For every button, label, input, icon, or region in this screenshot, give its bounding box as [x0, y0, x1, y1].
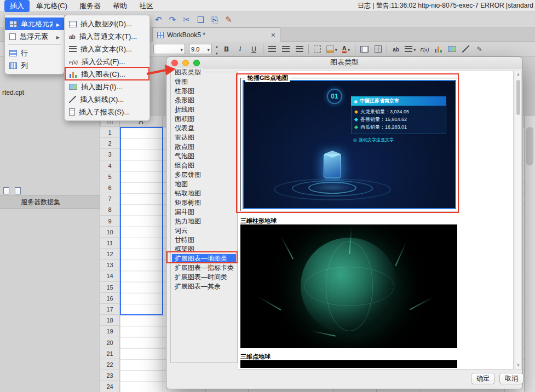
font-size-select[interactable]: 9.0: [189, 44, 212, 54]
italic-button[interactable]: I: [235, 44, 245, 55]
submenu-item-insert-plain-text[interactable]: 插入普通文本(T)...: [65, 30, 149, 43]
row-header-22[interactable]: 22: [100, 359, 119, 370]
insert-menu-item-column[interactable]: 列: [5, 59, 64, 72]
chart-type-item-21[interactable]: 扩展图表—时间类: [172, 273, 236, 282]
tab-workbook5[interactable]: WorkBook5 * ×: [152, 27, 280, 42]
undo-icon[interactable]: [155, 15, 162, 25]
row-header-16[interactable]: 16: [100, 293, 119, 304]
pen-button[interactable]: [475, 44, 485, 55]
dialog-titlebar[interactable]: 图表类型: [166, 57, 522, 68]
row-header-14[interactable]: 14: [100, 270, 119, 281]
chart-type-item-2[interactable]: 条形图: [172, 96, 236, 105]
stepper-up-icon[interactable]: [216, 42, 218, 49]
font-color-button[interactable]: [341, 44, 351, 55]
chart-type-item-0[interactable]: 饼图: [172, 77, 236, 87]
cancel-button[interactable]: 取消: [499, 373, 524, 384]
row-header-5[interactable]: 5: [100, 171, 119, 182]
file-icon-1[interactable]: [3, 187, 9, 194]
app-scroll-thumb[interactable]: [526, 127, 533, 165]
insert-image-button[interactable]: [447, 44, 457, 55]
row-header-11[interactable]: 11: [100, 238, 119, 249]
chart-type-item-19[interactable]: 扩展图表—地图类: [172, 254, 236, 263]
stepper-down-icon[interactable]: [216, 49, 218, 56]
chart-type-item-14[interactable]: 漏斗图: [172, 207, 236, 217]
row-header-7[interactable]: 7: [100, 193, 119, 204]
dialog-scroll-thumb[interactable]: [516, 80, 520, 115]
row-header-18[interactable]: 18: [100, 315, 119, 326]
menubar-item-cell[interactable]: 单元格(C): [31, 0, 73, 12]
chart-type-item-13[interactable]: 矩形树图: [172, 198, 236, 207]
align-center-button[interactable]: [281, 44, 291, 55]
dashed-border-button[interactable]: [313, 44, 323, 55]
row-header-2[interactable]: 2: [100, 138, 119, 149]
minimize-button[interactable]: [182, 60, 189, 66]
row-header-24[interactable]: 24: [100, 381, 119, 392]
text-widget-button[interactable]: [391, 44, 401, 55]
row-header-3[interactable]: 3: [100, 149, 119, 160]
chart-type-item-6[interactable]: 雷达图: [172, 133, 236, 142]
chart-type-item-5[interactable]: 仪表盘: [172, 124, 236, 133]
chart-type-item-4[interactable]: 面积图: [172, 114, 236, 124]
insert-menu-item-float-element[interactable]: 悬浮元素: [5, 30, 64, 43]
zoom-button[interactable]: [193, 60, 200, 66]
app-vertical-scrollbar[interactable]: [524, 116, 535, 392]
slash-button[interactable]: [461, 44, 471, 55]
dialog-scrollbar[interactable]: [515, 71, 522, 370]
font-size-stepper[interactable]: [216, 42, 218, 56]
align-left-button[interactable]: [267, 44, 277, 55]
submenu-item-insert-formula[interactable]: 插入公式(F)...: [65, 55, 149, 68]
bold-button[interactable]: B: [222, 44, 232, 55]
borders-button[interactable]: [373, 44, 383, 55]
menubar-item-community[interactable]: 社区: [134, 0, 159, 12]
row-header-1[interactable]: 1: [100, 127, 119, 138]
file-icon-2[interactable]: [15, 187, 21, 194]
copy-icon[interactable]: [197, 15, 204, 25]
underline-button[interactable]: U: [249, 44, 259, 55]
row-header-12[interactable]: 12: [100, 249, 119, 260]
formula-button[interactable]: [420, 44, 430, 55]
template-file-label[interactable]: rted.cpt: [2, 89, 24, 96]
ok-button[interactable]: 确定: [471, 373, 495, 384]
scroll-down-icon[interactable]: [515, 362, 521, 368]
chart-type-item-1[interactable]: 柱形图: [172, 87, 236, 96]
chart-type-item-10[interactable]: 多层饼图: [172, 170, 236, 180]
chart-type-item-3[interactable]: 折线图: [172, 105, 236, 114]
insert-menu-item-cell-element[interactable]: 单元格元素: [5, 18, 64, 30]
align-right-button[interactable]: [295, 44, 304, 55]
tab-close-icon[interactable]: ×: [271, 31, 275, 39]
scroll-up-icon[interactable]: [515, 72, 521, 78]
close-button[interactable]: [171, 60, 178, 66]
row-header-23[interactable]: 23: [100, 370, 119, 381]
font-select[interactable]: [153, 44, 185, 54]
chart-type-item-22[interactable]: 扩展图表—其余: [172, 282, 236, 291]
chart-type-item-12[interactable]: 钻取地图: [172, 189, 236, 198]
format-painter-icon[interactable]: [225, 15, 232, 25]
row-header-8[interactable]: 8: [100, 204, 119, 215]
preview-gis-map[interactable]: 轮播GIS点地图 01 中国江苏省南京市 火龙果销量：3,034.05香蕉销量：…: [240, 78, 458, 211]
chart-type-item-17[interactable]: 甘特图: [172, 235, 236, 245]
row-header-21[interactable]: 21: [100, 348, 119, 359]
submenu-item-insert-chart[interactable]: 插入图表(C)...: [65, 68, 149, 80]
cut-icon[interactable]: [183, 15, 190, 25]
chart-type-item-20[interactable]: 扩展图表—指标卡类: [172, 263, 236, 273]
row-header-20[interactable]: 20: [100, 337, 119, 348]
submenu-item-insert-slash[interactable]: 插入斜线(X)...: [65, 93, 149, 106]
submenu-item-insert-subreport[interactable]: 插入子报表(S)...: [65, 106, 149, 118]
chart-type-item-11[interactable]: 地图: [172, 180, 236, 189]
menubar-item-help[interactable]: 帮助: [107, 0, 133, 12]
row-header-15[interactable]: 15: [100, 282, 119, 293]
row-header-13[interactable]: 13: [100, 260, 119, 270]
paragraph-button[interactable]: [405, 44, 416, 55]
redo-icon[interactable]: [169, 15, 176, 25]
submenu-item-insert-image[interactable]: 插入图片(I)...: [65, 80, 149, 93]
insert-chart-button[interactable]: [434, 44, 444, 55]
fill-color-button[interactable]: [326, 44, 338, 55]
paste-icon[interactable]: [211, 15, 218, 25]
row-header-6[interactable]: 6: [100, 182, 119, 193]
merge-cells-button[interactable]: [359, 44, 369, 55]
chart-type-item-8[interactable]: 气泡图: [172, 152, 236, 161]
insert-menu-item-row[interactable]: 行: [5, 47, 64, 59]
row-header-17[interactable]: 17: [100, 304, 119, 315]
preview-globe-image[interactable]: [240, 224, 457, 348]
row-header-10[interactable]: 10: [100, 227, 119, 238]
